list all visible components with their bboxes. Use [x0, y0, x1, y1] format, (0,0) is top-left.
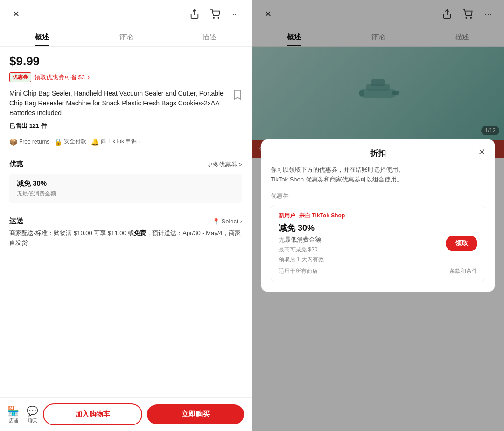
complaint-icon: 🔔 [91, 138, 99, 146]
coupon-item: 新用户 来自 TikTok Shop 减免 30% 无最低消费金额 最高可减免 … [271, 205, 485, 282]
tag-new: 新用户 [279, 212, 295, 220]
left-panel: ✕ ··· 概述 评论 描述 $9.99 [0, 0, 252, 431]
divider-1 [9, 154, 242, 154]
shipping-select-text: Select [222, 218, 238, 225]
product-title-wrapper: Mini Chip Bag Sealer, Handheld Heat Vacu… [9, 89, 242, 118]
secure-payment-text: 安全付款 [64, 138, 86, 146]
tag-from: 来自 TikTok Shop [299, 212, 345, 220]
left-cart-icon[interactable] [209, 7, 222, 21]
modal-overlay: 折扣 ✕ 你可以领取下方的优惠券，并在结账时选择使用。TikTok Shop 优… [252, 0, 504, 431]
coupon-terms[interactable]: 条款和条件 [449, 267, 477, 275]
discount-section-header: 优惠 更多优惠券 > [9, 160, 242, 169]
modal-body: 你可以领取下方的优惠券，并在结账时选择使用。TikTok Shop 优惠券和商家… [261, 165, 495, 292]
badge-secure-payment: 🔒 安全付款 [54, 138, 86, 146]
add-to-cart-button[interactable]: 加入购物车 [43, 403, 142, 425]
left-more-icon[interactable]: ··· [229, 7, 242, 21]
claim-coupon-button[interactable]: 领取 [446, 236, 477, 251]
left-tab-reviews[interactable]: 评论 [84, 28, 168, 46]
coupon-card: 减免 30% 无最低消费金额 [9, 174, 242, 203]
left-close-icon[interactable]: ✕ [9, 7, 22, 21]
left-tab-overview[interactable]: 概述 [0, 28, 84, 46]
coupon-item-footer: 适用于所有商店 条款和条件 [279, 267, 477, 275]
left-top-nav: ✕ ··· [0, 0, 252, 28]
bottom-icons: 🏪 店铺 💬 聊天 [7, 405, 38, 424]
left-bottom-bar: 🏪 店铺 💬 聊天 加入购物车 立即购买 [0, 397, 252, 431]
modal-section-label: 优惠券 [271, 192, 485, 200]
right-panel: ✕ ··· 概述 评论 描述 [252, 0, 504, 431]
coupon-validity: 领取后 1 天内有效 [279, 256, 477, 264]
discount-title: 优惠 [9, 160, 23, 169]
shipping-title: 运送 [9, 217, 23, 226]
store-label: 店铺 [9, 417, 18, 424]
chat-button[interactable]: 💬 聊天 [27, 405, 38, 424]
modal-close-button[interactable]: ✕ [478, 147, 485, 157]
discount-modal: 折扣 ✕ 你可以领取下方的优惠券，并在结账时选择使用。TikTok Shop 优… [261, 139, 495, 292]
coupon-card-subtitle: 无最低消费金额 [17, 190, 235, 198]
store-button[interactable]: 🏪 店铺 [7, 405, 19, 424]
coupon-card-title: 减免 30% [17, 179, 235, 188]
svg-point-1 [213, 17, 214, 18]
left-tabs: 概述 评论 描述 [0, 28, 252, 47]
coupon-item-title: 减免 30% [279, 222, 477, 234]
shipping-section: 运送 📍 Select › 商家配送-标准：购物满 $10.00 可享 $11.… [9, 217, 242, 248]
sold-count: 已售出 121 件 [9, 122, 242, 130]
free-returns-icon: 📦 [9, 138, 17, 146]
shipping-select-arrow-icon: › [240, 218, 242, 225]
badge-free-returns: 📦 Free returns [9, 138, 49, 146]
coupon-item-tags: 新用户 来自 TikTok Shop [279, 212, 477, 220]
left-tab-description[interactable]: 描述 [168, 28, 252, 46]
more-coupons-link[interactable]: 更多优惠券 > [207, 160, 242, 169]
modal-header: 折扣 ✕ [261, 139, 495, 165]
divider-2 [9, 211, 242, 211]
secure-payment-icon: 🔒 [54, 138, 62, 146]
badges-row: 📦 Free returns 🔒 安全付款 🔔 向 TikTok 申诉 › [9, 138, 242, 146]
chat-icon: 💬 [27, 405, 38, 417]
product-title: Mini Chip Bag Sealer, Handheld Heat Vacu… [9, 89, 233, 118]
badge-tiktok-complaint[interactable]: 🔔 向 TikTok 申诉 › [91, 138, 140, 146]
left-nav-icons-right: ··· [188, 7, 242, 21]
complaint-arrow-icon: › [139, 139, 140, 145]
store-icon: 🏪 [7, 405, 19, 417]
free-returns-text: Free returns [19, 139, 49, 145]
left-share-icon[interactable] [188, 7, 201, 21]
coupon-text: 领取优惠券可省 $3 [34, 73, 85, 82]
coupon-arrow-icon: › [88, 74, 90, 81]
shipping-header: 运送 📍 Select › [9, 217, 242, 226]
buy-now-button[interactable]: 立即购买 [147, 404, 245, 424]
complaint-text: 向 TikTok 申诉 [101, 138, 137, 146]
coupon-scope: 适用于所有商店 [279, 267, 318, 275]
product-price: $9.99 [9, 54, 242, 69]
svg-point-2 [218, 17, 219, 18]
shipping-details: 商家配送-标准：购物满 $10.00 可享 $11.00 或免费，预计送达：Ap… [9, 229, 242, 248]
bookmark-icon[interactable] [233, 90, 242, 103]
modal-title: 折扣 [370, 148, 386, 159]
left-content: $9.99 优惠券 领取优惠券可省 $3 › Mini Chip Bag Sea… [0, 47, 252, 397]
shipping-location-icon: 📍 [212, 218, 220, 225]
chat-label: 聊天 [28, 417, 37, 424]
modal-description: 你可以领取下方的优惠券，并在结账时选择使用。TikTok Shop 优惠券和商家… [271, 165, 485, 185]
coupon-tag[interactable]: 优惠券 领取优惠券可省 $3 › [9, 72, 90, 82]
coupon-label: 优惠券 [9, 72, 31, 82]
shipping-select[interactable]: 📍 Select › [212, 218, 242, 225]
